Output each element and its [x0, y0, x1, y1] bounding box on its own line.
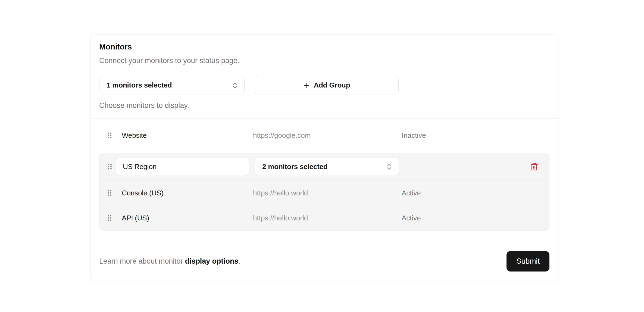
- footer-text: Learn more about monitor display options…: [99, 257, 240, 266]
- drag-handle-icon[interactable]: [107, 132, 112, 139]
- monitor-row: Website https://google.com Inactive: [99, 123, 549, 148]
- display-options-link[interactable]: display options: [185, 257, 239, 265]
- header-controls: 1 monitors selected Add Group: [99, 76, 549, 94]
- monitor-name: API (US): [122, 214, 253, 222]
- monitors-card: Monitors Connect your monitors to your s…: [90, 35, 558, 281]
- monitor-list: Website https://google.com Inactive 2 mo…: [90, 118, 558, 241]
- monitor-url: https://google.com: [253, 131, 402, 140]
- plus-icon: [302, 82, 310, 89]
- card-header: Monitors Connect your monitors to your s…: [90, 35, 558, 118]
- drag-handle-icon[interactable]: [107, 163, 112, 170]
- monitor-name: Website: [122, 131, 253, 140]
- helper-text: Choose monitors to display.: [99, 101, 549, 110]
- group-name-input[interactable]: [116, 158, 249, 176]
- submit-button[interactable]: Submit: [507, 251, 549, 272]
- monitor-status: Active: [402, 214, 549, 222]
- page-subtitle: Connect your monitors to your status pag…: [99, 56, 549, 65]
- chevrons-up-down-icon: [386, 163, 393, 170]
- monitor-url: https://hello.world: [253, 189, 402, 197]
- group-monitors-select[interactable]: 2 monitors selected: [255, 158, 399, 176]
- add-group-label: Add Group: [314, 81, 350, 89]
- page-title: Monitors: [99, 42, 549, 52]
- monitor-status: Inactive: [402, 131, 549, 140]
- group-header: 2 monitors selected: [99, 153, 549, 180]
- monitor-row: Console (US) https://hello.world Active: [99, 180, 549, 205]
- add-group-button[interactable]: Add Group: [254, 76, 399, 94]
- drag-handle-icon[interactable]: [107, 190, 112, 196]
- delete-group-button[interactable]: [529, 161, 539, 172]
- monitor-name: Console (US): [122, 189, 253, 197]
- card-footer: Learn more about monitor display options…: [90, 241, 558, 281]
- monitor-url: https://hello.world: [253, 214, 402, 222]
- monitor-status: Active: [402, 189, 549, 197]
- footer-text-prefix: Learn more about monitor: [99, 257, 185, 265]
- chevrons-up-down-icon: [231, 82, 239, 89]
- trash-icon: [530, 162, 538, 171]
- monitor-row: API (US) https://hello.world Active: [99, 205, 549, 230]
- monitor-group: 2 monitors selected Console (US) htt: [99, 153, 549, 231]
- drag-handle-icon[interactable]: [107, 215, 112, 221]
- monitors-select[interactable]: 1 monitors selected: [99, 76, 245, 94]
- monitors-select-value: 1 monitors selected: [107, 81, 231, 89]
- footer-text-suffix: .: [238, 257, 240, 265]
- group-monitors-select-value: 2 monitors selected: [262, 163, 386, 171]
